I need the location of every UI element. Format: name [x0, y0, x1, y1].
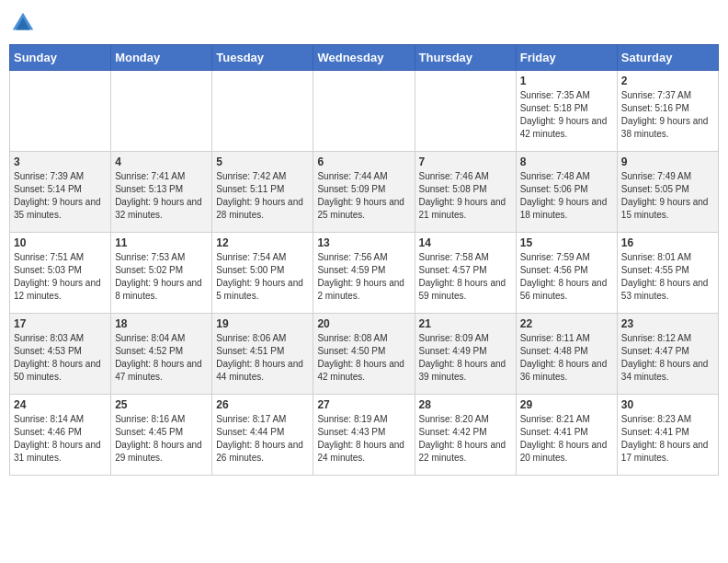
week-row-1: 1Sunrise: 7:35 AM Sunset: 5:18 PM Daylig…	[10, 71, 719, 152]
week-row-2: 3Sunrise: 7:39 AM Sunset: 5:14 PM Daylig…	[10, 152, 719, 233]
day-header-saturday: Saturday	[617, 45, 718, 71]
day-number: 28	[419, 398, 512, 411]
day-detail: Sunrise: 8:08 AM Sunset: 4:50 PM Dayligh…	[317, 332, 410, 384]
day-detail: Sunrise: 8:17 AM Sunset: 4:44 PM Dayligh…	[216, 413, 309, 465]
calendar-cell: 19Sunrise: 8:06 AM Sunset: 4:51 PM Dayli…	[212, 314, 313, 395]
calendar-cell	[10, 71, 111, 152]
calendar-body: 1Sunrise: 7:35 AM Sunset: 5:18 PM Daylig…	[10, 71, 719, 476]
calendar-cell: 23Sunrise: 8:12 AM Sunset: 4:47 PM Dayli…	[617, 314, 718, 395]
day-detail: Sunrise: 8:04 AM Sunset: 4:52 PM Dayligh…	[115, 332, 208, 384]
day-detail: Sunrise: 8:14 AM Sunset: 4:46 PM Dayligh…	[14, 413, 107, 465]
day-detail: Sunrise: 8:01 AM Sunset: 4:55 PM Dayligh…	[621, 251, 714, 303]
calendar-cell: 9Sunrise: 7:49 AM Sunset: 5:05 PM Daylig…	[617, 152, 718, 233]
day-number: 25	[115, 398, 208, 411]
day-number: 17	[14, 317, 107, 330]
day-number: 4	[115, 155, 208, 168]
day-detail: Sunrise: 8:20 AM Sunset: 4:42 PM Dayligh…	[419, 413, 512, 465]
day-detail: Sunrise: 7:58 AM Sunset: 4:57 PM Dayligh…	[419, 251, 512, 303]
day-detail: Sunrise: 8:09 AM Sunset: 4:49 PM Dayligh…	[419, 332, 512, 384]
calendar-cell: 28Sunrise: 8:20 AM Sunset: 4:42 PM Dayli…	[415, 395, 516, 476]
header-row: SundayMondayTuesdayWednesdayThursdayFrid…	[10, 45, 719, 71]
calendar-cell: 24Sunrise: 8:14 AM Sunset: 4:46 PM Dayli…	[10, 395, 111, 476]
calendar-cell: 12Sunrise: 7:54 AM Sunset: 5:00 PM Dayli…	[212, 233, 313, 314]
calendar-cell: 17Sunrise: 8:03 AM Sunset: 4:53 PM Dayli…	[10, 314, 111, 395]
calendar-table: SundayMondayTuesdayWednesdayThursdayFrid…	[9, 44, 719, 476]
day-number: 27	[317, 398, 410, 411]
day-detail: Sunrise: 7:37 AM Sunset: 5:16 PM Dayligh…	[621, 89, 714, 141]
day-detail: Sunrise: 7:53 AM Sunset: 5:02 PM Dayligh…	[115, 251, 208, 303]
calendar-cell: 10Sunrise: 7:51 AM Sunset: 5:03 PM Dayli…	[10, 233, 111, 314]
calendar-cell: 30Sunrise: 8:23 AM Sunset: 4:41 PM Dayli…	[617, 395, 718, 476]
day-detail: Sunrise: 8:21 AM Sunset: 4:41 PM Dayligh…	[520, 413, 613, 465]
day-detail: Sunrise: 8:06 AM Sunset: 4:51 PM Dayligh…	[216, 332, 309, 384]
day-detail: Sunrise: 8:03 AM Sunset: 4:53 PM Dayligh…	[14, 332, 107, 384]
day-detail: Sunrise: 8:19 AM Sunset: 4:43 PM Dayligh…	[317, 413, 410, 465]
day-detail: Sunrise: 7:49 AM Sunset: 5:05 PM Dayligh…	[621, 170, 714, 222]
day-number: 23	[621, 317, 714, 330]
calendar-cell	[111, 71, 212, 152]
calendar-cell: 27Sunrise: 8:19 AM Sunset: 4:43 PM Dayli…	[313, 395, 415, 476]
day-number: 10	[14, 236, 107, 249]
day-detail: Sunrise: 7:46 AM Sunset: 5:08 PM Dayligh…	[419, 170, 512, 222]
day-number: 2	[621, 75, 714, 87]
calendar-cell: 14Sunrise: 7:58 AM Sunset: 4:57 PM Dayli…	[415, 233, 516, 314]
calendar-header: SundayMondayTuesdayWednesdayThursdayFrid…	[10, 45, 719, 71]
calendar-cell: 6Sunrise: 7:44 AM Sunset: 5:09 PM Daylig…	[313, 152, 415, 233]
day-number: 22	[520, 317, 613, 330]
day-number: 20	[317, 317, 410, 330]
day-detail: Sunrise: 7:54 AM Sunset: 5:00 PM Dayligh…	[216, 251, 309, 303]
calendar-cell: 25Sunrise: 8:16 AM Sunset: 4:45 PM Dayli…	[111, 395, 212, 476]
calendar-cell: 22Sunrise: 8:11 AM Sunset: 4:48 PM Dayli…	[516, 314, 617, 395]
day-number: 5	[216, 155, 309, 168]
calendar-cell: 13Sunrise: 7:56 AM Sunset: 4:59 PM Dayli…	[313, 233, 415, 314]
calendar-cell: 20Sunrise: 8:08 AM Sunset: 4:50 PM Dayli…	[313, 314, 415, 395]
day-detail: Sunrise: 7:48 AM Sunset: 5:06 PM Dayligh…	[520, 170, 613, 222]
day-number: 1	[520, 75, 613, 87]
calendar-cell: 1Sunrise: 7:35 AM Sunset: 5:18 PM Daylig…	[516, 71, 617, 152]
day-number: 30	[621, 398, 714, 411]
day-number: 8	[520, 155, 613, 168]
day-detail: Sunrise: 8:23 AM Sunset: 4:41 PM Dayligh…	[621, 413, 714, 465]
calendar-cell: 7Sunrise: 7:46 AM Sunset: 5:08 PM Daylig…	[415, 152, 516, 233]
day-number: 16	[621, 236, 714, 249]
day-header-monday: Monday	[111, 45, 212, 71]
day-detail: Sunrise: 7:59 AM Sunset: 4:56 PM Dayligh…	[520, 251, 613, 303]
day-detail: Sunrise: 7:51 AM Sunset: 5:03 PM Dayligh…	[14, 251, 107, 303]
day-header-tuesday: Tuesday	[212, 45, 313, 71]
week-row-3: 10Sunrise: 7:51 AM Sunset: 5:03 PM Dayli…	[10, 233, 719, 314]
calendar-cell: 3Sunrise: 7:39 AM Sunset: 5:14 PM Daylig…	[10, 152, 111, 233]
day-detail: Sunrise: 7:42 AM Sunset: 5:11 PM Dayligh…	[216, 170, 309, 222]
calendar-cell: 15Sunrise: 7:59 AM Sunset: 4:56 PM Dayli…	[516, 233, 617, 314]
header	[9, 9, 719, 37]
logo	[9, 9, 40, 37]
week-row-5: 24Sunrise: 8:14 AM Sunset: 4:46 PM Dayli…	[10, 395, 719, 476]
day-header-sunday: Sunday	[10, 45, 111, 71]
logo-icon	[9, 9, 37, 37]
calendar-cell: 11Sunrise: 7:53 AM Sunset: 5:02 PM Dayli…	[111, 233, 212, 314]
calendar-cell	[415, 71, 516, 152]
day-detail: Sunrise: 7:44 AM Sunset: 5:09 PM Dayligh…	[317, 170, 410, 222]
day-header-wednesday: Wednesday	[313, 45, 415, 71]
day-detail: Sunrise: 8:11 AM Sunset: 4:48 PM Dayligh…	[520, 332, 613, 384]
calendar-cell: 5Sunrise: 7:42 AM Sunset: 5:11 PM Daylig…	[212, 152, 313, 233]
day-number: 15	[520, 236, 613, 249]
day-header-friday: Friday	[516, 45, 617, 71]
day-detail: Sunrise: 8:12 AM Sunset: 4:47 PM Dayligh…	[621, 332, 714, 384]
day-detail: Sunrise: 7:35 AM Sunset: 5:18 PM Dayligh…	[520, 89, 613, 141]
day-number: 11	[115, 236, 208, 249]
day-number: 14	[419, 236, 512, 249]
day-detail: Sunrise: 7:39 AM Sunset: 5:14 PM Dayligh…	[14, 170, 107, 222]
calendar-cell	[212, 71, 313, 152]
calendar-cell: 2Sunrise: 7:37 AM Sunset: 5:16 PM Daylig…	[617, 71, 718, 152]
calendar-cell: 18Sunrise: 8:04 AM Sunset: 4:52 PM Dayli…	[111, 314, 212, 395]
day-number: 9	[621, 155, 714, 168]
calendar-cell: 26Sunrise: 8:17 AM Sunset: 4:44 PM Dayli…	[212, 395, 313, 476]
day-number: 6	[317, 155, 410, 168]
week-row-4: 17Sunrise: 8:03 AM Sunset: 4:53 PM Dayli…	[10, 314, 719, 395]
calendar-cell	[313, 71, 415, 152]
day-detail: Sunrise: 7:56 AM Sunset: 4:59 PM Dayligh…	[317, 251, 410, 303]
day-number: 7	[419, 155, 512, 168]
day-detail: Sunrise: 7:41 AM Sunset: 5:13 PM Dayligh…	[115, 170, 208, 222]
day-number: 18	[115, 317, 208, 330]
calendar-cell: 4Sunrise: 7:41 AM Sunset: 5:13 PM Daylig…	[111, 152, 212, 233]
